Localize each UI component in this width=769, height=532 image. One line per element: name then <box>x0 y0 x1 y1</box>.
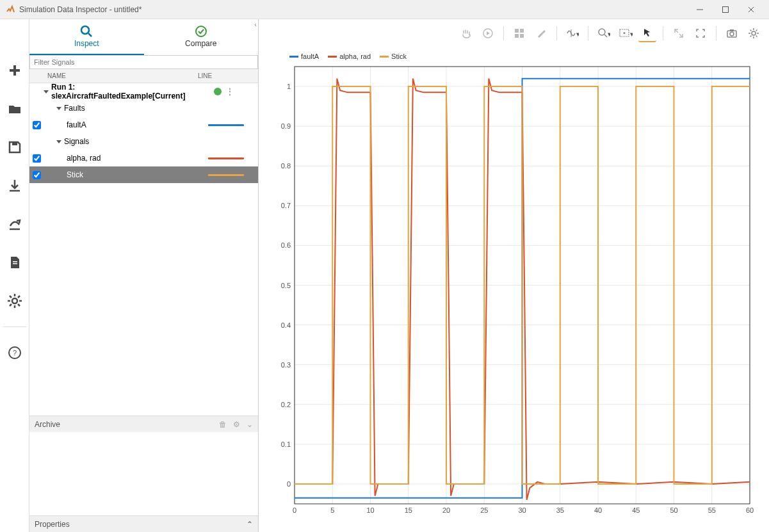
properties-header[interactable]: Properties ⌃ <box>29 515 258 532</box>
svg-text:0.2: 0.2 <box>281 401 291 408</box>
pointer-button[interactable] <box>638 24 656 42</box>
export-button[interactable] <box>2 211 28 237</box>
report-button[interactable] <box>2 250 28 275</box>
svg-rect-43 <box>730 29 734 31</box>
svg-text:10: 10 <box>366 506 374 514</box>
gear-small-icon[interactable]: ⚙ <box>233 420 240 429</box>
svg-point-25 <box>196 26 206 36</box>
tab-compare-label: Compare <box>185 39 216 48</box>
svg-point-33 <box>599 29 605 35</box>
tab-compare[interactable]: Compare <box>144 19 259 55</box>
settings-button[interactable] <box>2 288 28 314</box>
collapse-panel-button[interactable]: ‹ <box>254 20 257 28</box>
trash-icon[interactable]: 🗑 <box>219 420 227 429</box>
minimize-button[interactable] <box>687 0 713 19</box>
clear-button[interactable] <box>532 24 550 42</box>
archive-body <box>29 432 258 515</box>
plot-canvas[interactable]: faultAalpha, radStick 051015202530354045… <box>259 47 769 532</box>
signal-row[interactable]: alpha, rad <box>29 150 258 166</box>
svg-text:40: 40 <box>594 506 602 514</box>
plot-settings-button[interactable] <box>745 24 763 42</box>
svg-line-51 <box>750 36 752 37</box>
svg-text:0.4: 0.4 <box>281 321 291 329</box>
svg-line-50 <box>756 36 757 37</box>
svg-point-12 <box>12 298 17 303</box>
save-button[interactable] <box>2 134 28 160</box>
filter-signals-input[interactable] <box>29 55 258 69</box>
svg-text:0: 0 <box>293 506 296 514</box>
svg-point-42 <box>730 32 734 36</box>
group-label: Signals <box>64 137 89 146</box>
plot-area: ▾ ▾ ▾ faultAalpha, radStick 051015202530… <box>259 19 769 532</box>
run-options-icon[interactable]: ⋮ <box>225 86 234 97</box>
fullscreen-button[interactable] <box>692 24 709 42</box>
chevron-up-icon[interactable]: ⌃ <box>247 520 253 529</box>
svg-text:0.1: 0.1 <box>281 440 291 448</box>
svg-text:▾: ▾ <box>608 30 610 38</box>
side-tabs: Inspect Compare <box>29 19 258 55</box>
zoom-button[interactable]: ▾ <box>595 24 613 42</box>
run-label: Run 1: slexAircraftFaultedExample[Curren… <box>51 83 194 101</box>
archive-header[interactable]: Archive 🗑 ⚙ ⌄ <box>29 415 258 432</box>
pan-hand-button[interactable] <box>457 24 475 42</box>
signal-checkbox[interactable] <box>33 154 41 163</box>
svg-rect-29 <box>515 34 519 38</box>
left-icon-rail: ? <box>0 19 29 532</box>
tree-headers: NAME LINE <box>29 69 258 83</box>
plot-toolbar: ▾ ▾ ▾ <box>259 19 769 47</box>
svg-text:0.7: 0.7 <box>281 202 291 209</box>
signal-label: faultA <box>67 120 86 129</box>
maximize-button[interactable] <box>713 0 738 19</box>
svg-rect-11 <box>13 263 17 264</box>
side-panel: ‹ Inspect Compare NAME LINE Run 1: slexA… <box>29 19 259 532</box>
svg-rect-1 <box>723 6 729 12</box>
svg-text:20: 20 <box>442 506 450 514</box>
svg-point-37 <box>624 32 626 34</box>
svg-rect-27 <box>515 29 519 33</box>
signal-tree: Run 1: slexAircraftFaultedExample[Curren… <box>29 83 258 415</box>
signal-row[interactable]: Stick <box>29 166 258 183</box>
svg-line-18 <box>18 304 20 306</box>
svg-text:30: 30 <box>518 506 526 514</box>
signal-row[interactable]: faultA <box>29 117 258 133</box>
svg-text:0.8: 0.8 <box>281 162 291 170</box>
snapshot-button[interactable] <box>723 24 741 42</box>
close-button[interactable] <box>738 0 764 19</box>
run-status-dot <box>214 88 222 95</box>
svg-line-20 <box>18 296 20 298</box>
svg-text:15: 15 <box>405 506 412 514</box>
signal-line-swatch <box>208 174 244 176</box>
svg-rect-6 <box>12 142 17 145</box>
new-button[interactable] <box>2 58 28 83</box>
svg-line-34 <box>604 35 607 37</box>
open-button[interactable] <box>2 96 28 122</box>
svg-point-44 <box>752 31 756 35</box>
cursor-mode-button[interactable]: ▾ <box>563 24 581 42</box>
svg-text:▾: ▾ <box>576 30 579 38</box>
signal-checkbox[interactable] <box>33 121 41 129</box>
legend-item: alpha, rad <box>328 52 371 60</box>
layout-button[interactable] <box>510 24 528 42</box>
expand-button[interactable] <box>670 24 688 42</box>
fit-button[interactable]: ▾ <box>617 24 635 42</box>
archive-label: Archive <box>35 420 60 429</box>
svg-line-49 <box>750 30 752 31</box>
svg-text:1: 1 <box>287 83 291 90</box>
svg-text:50: 50 <box>670 506 677 514</box>
search-icon <box>80 25 93 38</box>
replay-button[interactable] <box>479 24 497 42</box>
signal-line-swatch <box>208 157 244 159</box>
signal-line-swatch <box>208 124 244 126</box>
svg-text:0.6: 0.6 <box>281 241 291 249</box>
import-button[interactable] <box>2 173 28 198</box>
chevron-down-icon[interactable]: ⌄ <box>247 420 253 429</box>
tab-inspect[interactable]: Inspect <box>29 19 144 55</box>
title-bar: Simulation Data Inspector - untitled* <box>0 0 769 19</box>
signal-checkbox[interactable] <box>33 171 41 179</box>
help-button[interactable]: ? <box>2 340 28 366</box>
svg-line-17 <box>10 296 12 298</box>
group-label: Faults <box>64 104 85 113</box>
svg-rect-10 <box>13 261 17 262</box>
legend-item: faultA <box>289 52 319 60</box>
plot-legend: faultAalpha, radStick <box>289 52 407 60</box>
